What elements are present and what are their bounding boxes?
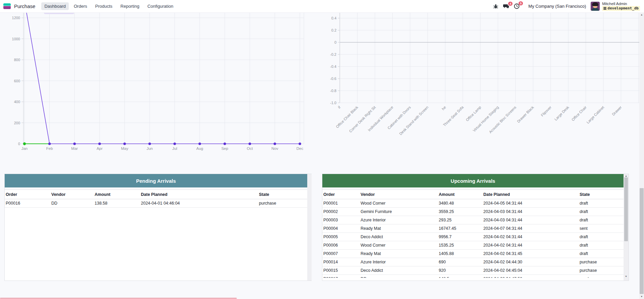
table-cell: Wood Corner [360,201,438,206]
purchase-app-icon[interactable] [3,3,11,9]
bug-icon [493,4,498,9]
table-cell: DD [50,201,94,206]
pending-table-scrollbar-track[interactable] [307,174,312,281]
debug-bug-icon[interactable] [493,4,498,9]
column-header: Amount [438,192,482,197]
table-cell: Azure Interior [360,260,438,264]
bar-chart: 0.40.20-0.2-0.4-0.6-0.8-1.0ifOffice Chai… [330,12,639,136]
violet-data-point [123,142,126,145]
y-tick-label: 0.2 [331,28,336,32]
page-scroll-up-arrow[interactable]: ▲ [639,13,644,16]
table-row[interactable]: P00016DD138.582024-04-01 04:46:04purchas… [5,199,307,208]
violet-data-point [299,142,301,145]
dashboard-charts[interactable]: 020040060080010001200JanFebMarAprMayJunJ… [0,12,644,155]
violet-data-point [48,142,51,145]
app-name[interactable]: Purchase [14,3,35,9]
table-cell: 2024-04-03 04:31:44 [482,218,579,222]
database-icon [603,7,606,10]
x-tick-label: Jun [147,146,153,151]
menu-item-configuration[interactable]: Configuration [144,2,176,10]
table-row[interactable]: P00002Gemini Furniture3559.252024-04-03 … [322,208,624,216]
y-tick-label: 1200 [12,16,20,20]
violet-data-point [249,142,251,145]
category-label: Large Cabinet [586,105,605,124]
table-cell: P00003 [322,218,360,222]
category-label: if [337,105,341,109]
menu-item-products[interactable]: Products [92,2,115,10]
upcoming-table-scrollbar-track[interactable]: ▲ ▼ [624,174,629,281]
company-switcher[interactable]: My Company (San Francisco) [528,4,586,9]
x-tick-label: Jul [172,146,177,151]
table-row[interactable]: P00001Wood Corner3480.482024-04-05 04:31… [322,199,624,208]
x-tick-label: Dec [297,146,304,151]
scroll-down-arrow[interactable]: ▼ [624,275,629,277]
table-cell: DD [360,276,438,278]
table-cell: 690 [438,260,482,264]
menu-item-dashboard[interactable]: Dashboard [41,2,69,10]
y-tick-label: 0 [18,142,20,146]
table-cell: purchase [579,260,624,264]
menu-item-orders[interactable]: Orders [71,2,90,10]
table-cell: 2024-04-07 04:31:44 [482,226,579,231]
page-scroll-down-arrow[interactable]: ▼ [639,295,644,298]
messages-button[interactable]: 4 [503,4,509,9]
page-scrollbar-thumb[interactable] [640,188,644,294]
page-scrollbar-track[interactable]: ▲ ▼ [639,12,644,299]
table-row[interactable]: P00015Deco Addict9202024-04-02 04:45:04p… [322,266,624,275]
category-label: Desk Stand with Screen [398,105,429,136]
app-icon-top-bar [3,3,11,6]
nav-left: Purchase DashboardOrdersProductsReportin… [0,2,176,10]
x-tick-label: Aug [196,146,203,151]
y-tick-label: -1.0 [330,101,336,105]
user-meta: Mitchell Admin development_db [602,2,640,11]
scrollbar-thumb[interactable] [624,177,628,241]
line-chart: 020040060080010001200JanFebMarAprMayJunJ… [12,12,304,151]
x-tick-label: Apr [97,146,103,151]
category-label: Drawer Black [516,105,535,124]
y-tick-label: -0.2 [330,52,336,56]
table-row[interactable]: P00005Deco Addict9956.72024-04-02 04:31:… [322,233,624,241]
table-cell: 2024-04-01 04:46:04 [140,201,258,206]
table-column-headers: OrderVendorAmountDate PlannedState [5,189,307,199]
table-row[interactable]: P00017DD148.52024-04-02 04:47:56purchase [322,275,624,278]
user-name: Mitchell Admin [602,2,627,6]
top-navbar: Purchase DashboardOrdersProductsReportin… [0,0,644,13]
table-cell: P00005 [322,234,360,239]
table-row[interactable]: P00004Ready Mat16747.452024-04-07 04:31:… [322,224,624,233]
menu-item-reporting[interactable]: Reporting [117,2,142,10]
activities-badge: 5 [519,1,523,5]
table-cell: P00017 [322,276,360,278]
horizontal-scrollbar[interactable] [0,298,237,299]
user-menu[interactable]: Mitchell Admin development_db [591,2,640,11]
table-cell: 16747.45 [438,226,482,231]
column-header: Vendor [360,192,438,197]
table-cell: purchase [579,268,624,273]
x-tick-label: Oct [247,146,253,151]
green-data-point [23,142,26,145]
table-row[interactable]: P00003Azure Interior293.252024-04-03 04:… [322,216,624,224]
table-cell: Gemini Furniture [360,209,438,214]
table-row[interactable]: P00007Ready Mat1405.882024-04-02 04:31:4… [322,250,624,258]
table-cell: 2024-04-02 04:31:44 [482,243,579,248]
column-header: State [579,192,624,197]
scroll-up-arrow[interactable]: ▲ [624,175,629,177]
app-icon-bottom-bar [3,6,11,9]
upcoming-arrivals-table: OrderVendorAmountDate PlannedStateP00001… [322,187,624,278]
y-tick-label: 0 [334,40,336,44]
x-tick-label: Feb [46,146,53,151]
column-header: State [258,192,307,197]
category-label: he [441,105,447,111]
column-header: Amount [94,192,140,197]
category-label: Office Lamp [465,105,482,122]
table-row[interactable]: P00014Azure Interior6902024-04-02 04:44:… [322,258,624,266]
activities-button[interactable]: 5 [514,3,520,9]
table-row[interactable]: P00006Wood Corner1535.252024-04-02 04:31… [322,241,624,250]
table-cell: 9956.7 [438,234,482,239]
table-cell: P00014 [322,260,360,264]
column-header: Date Planned [482,192,579,197]
database-chip: development_db [602,6,640,11]
database-name: development_db [607,6,639,10]
table-cell: 1405.88 [438,251,482,256]
y-tick-label: 600 [14,79,20,83]
table-cell: 3559.25 [438,209,482,214]
